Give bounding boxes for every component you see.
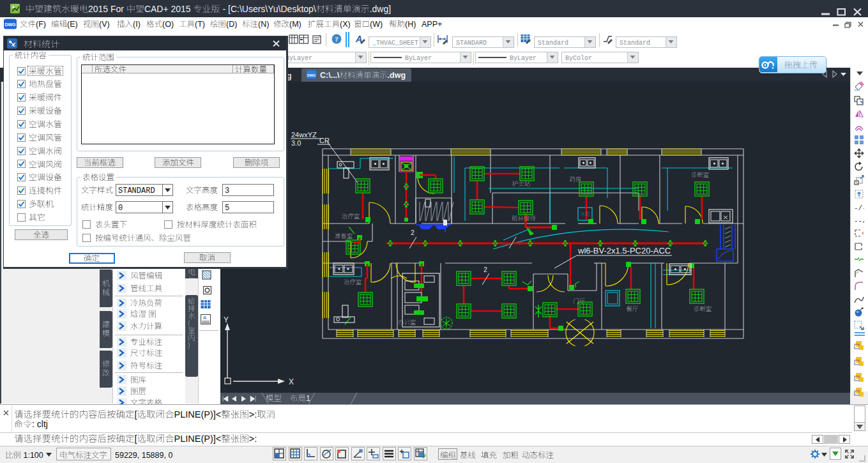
svg-text:?: ? (335, 35, 339, 43)
svg-text:3.0: 3.0 (291, 139, 301, 147)
svg-text:24wxYZ: 24wxYZ (291, 131, 317, 139)
svg-text:2: 2 (483, 266, 487, 273)
svg-text:--/: --/ (854, 217, 864, 225)
svg-text:-/-: -/- (854, 204, 864, 212)
svg-text:DWG: DWG (4, 22, 16, 27)
svg-text:DWG: DWG (307, 73, 316, 77)
svg-text:A: A (203, 315, 207, 321)
svg-text:X: X (289, 377, 294, 386)
svg-text:Y: Y (224, 315, 229, 324)
svg-text:wl6-BV-2x1.5-PC20-ACC: wl6-BV-2x1.5-PC20-ACC (577, 246, 671, 255)
svg-text:2: 2 (411, 229, 415, 236)
